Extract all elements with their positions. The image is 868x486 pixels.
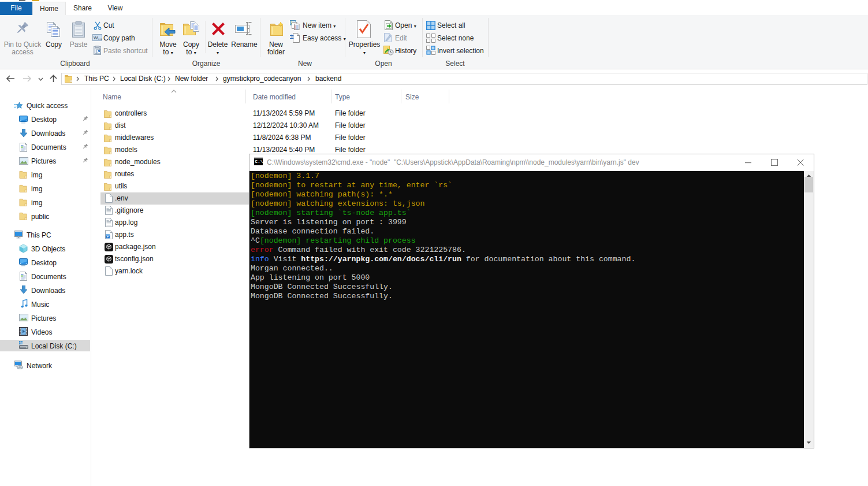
svg-text:W: W [94,35,98,40]
svg-text:C:\: C:\ [255,159,263,164]
